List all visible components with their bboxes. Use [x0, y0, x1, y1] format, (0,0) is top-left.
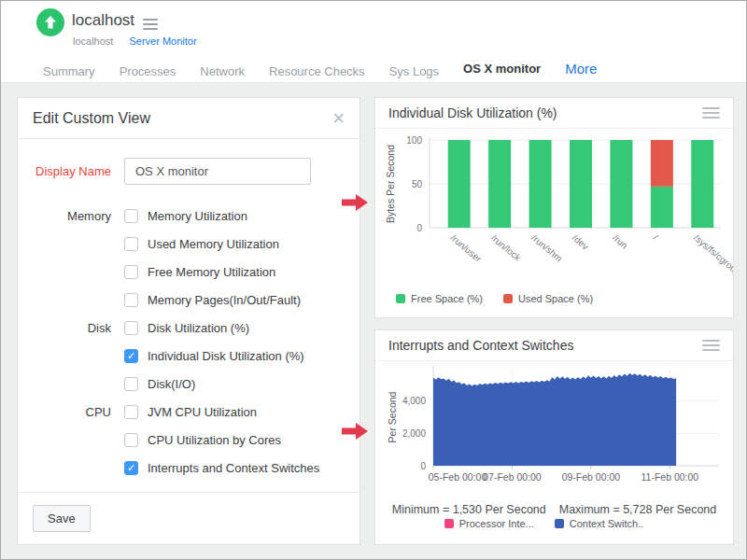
tab-bar: SummaryProcessesNetworkResource ChecksSy…	[43, 55, 621, 87]
metric-row: MemoryMemory Utilization	[18, 202, 359, 230]
main-content: Edit Custom View × Display Name MemoryMe…	[1, 83, 747, 560]
svg-text:/sys/fs/cgroup: /sys/fs/cgroup	[692, 232, 733, 277]
svg-text:Per Second: Per Second	[387, 391, 398, 442]
display-name-input[interactable]	[124, 158, 311, 185]
monitor-status-icon	[36, 8, 64, 36]
legend-item-processor-inte[interactable]: Processor Inte...	[444, 518, 534, 529]
close-icon[interactable]: ×	[332, 108, 345, 129]
legend-label: Processor Inte...	[459, 518, 534, 529]
metric-row: Used Memory Utilization	[18, 230, 359, 258]
metric-label: JVM CPU Utilization	[148, 405, 257, 419]
metric-label: Individual Disk Utilization (%)	[148, 349, 304, 363]
metric-label: CPU Utilization by Cores	[148, 433, 281, 447]
svg-text:11-Feb 00:00: 11-Feb 00:00	[641, 471, 699, 483]
checkbox-jvm-cpu-utilization[interactable]	[124, 405, 138, 419]
page-title: localhost	[72, 11, 134, 30]
legend-swatch	[555, 519, 564, 528]
breadcrumb-server-monitor-link[interactable]: Server Monitor	[129, 35, 196, 47]
svg-text:/: /	[652, 232, 660, 242]
checkbox-interrupts-and-context-switches[interactable]: ✓	[124, 461, 138, 475]
panel-footer: Save	[18, 492, 359, 544]
metric-label: Disk(I/O)	[148, 377, 195, 391]
bar-free-space	[651, 187, 673, 228]
group-label-cpu: CPU	[18, 405, 124, 419]
metric-label: Used Memory Utilization	[148, 237, 279, 251]
bar-free-space	[448, 140, 471, 228]
interrupts-card: Interrupts and Context Switches 02,0004,…	[374, 329, 734, 545]
red-arrow-icon	[342, 421, 370, 441]
minmax-row: Minimum = 1,530 Per Second Maximum = 5,7…	[375, 503, 733, 516]
interrupts-area-chart: 02,0004,00005-Feb 00:0007-Feb 00:0009-Fe…	[375, 361, 733, 497]
legend-swatch	[444, 519, 454, 528]
svg-text:4,000: 4,000	[402, 396, 426, 406]
panel-header: Edit Custom View ×	[18, 98, 359, 139]
group-label-disk: Disk	[18, 321, 124, 335]
checkbox-memory-pages-in-out-fault[interactable]	[124, 293, 138, 307]
legend-swatch	[503, 294, 513, 303]
bar-free-space	[610, 140, 632, 228]
metric-row: ✓Interrupts and Context Switches	[18, 454, 359, 482]
legend-item-free-space[interactable]: Free Space (%)	[396, 293, 483, 304]
interrupts-card-title: Interrupts and Context Switches	[388, 338, 573, 353]
checkbox-free-memory-utilization[interactable]	[124, 265, 138, 279]
save-button[interactable]: Save	[33, 505, 91, 532]
bar-free-space	[529, 140, 552, 228]
app-window: localhost localhost Server Monitor Summa…	[0, 0, 747, 560]
interrupts-chart-legend: Processor Inte...Context Switch..	[375, 518, 733, 529]
svg-text:/run/user: /run/user	[448, 232, 484, 264]
svg-text:/dev: /dev	[571, 232, 591, 252]
checkbox-disk-i-o[interactable]	[124, 377, 138, 391]
interrupts-card-menu-icon[interactable]	[702, 337, 720, 354]
metric-row: Disk(I/O)	[18, 370, 359, 398]
metric-row: ✓Individual Disk Utilization (%)	[18, 342, 359, 370]
legend-label: Free Space (%)	[411, 293, 483, 304]
tab-more[interactable]: More	[565, 55, 597, 87]
bar-free-space	[488, 140, 511, 228]
svg-text:Bytes Per Second: Bytes Per Second	[385, 145, 396, 223]
breadcrumb: localhost Server Monitor	[73, 35, 197, 47]
checkbox-cpu-utilization-by-cores[interactable]	[124, 433, 138, 447]
metric-label: Memory Utilization	[148, 209, 247, 223]
metric-row: CPUJVM CPU Utilization	[18, 398, 359, 426]
checkbox-used-memory-utilization[interactable]	[124, 237, 138, 251]
metric-row: CPU Utilization by Cores	[18, 426, 359, 454]
disk-chart-legend: Free Space (%)Used Space (%)	[375, 293, 733, 304]
context-switches-area	[433, 373, 676, 466]
metric-label: Free Memory Utilization	[148, 265, 275, 279]
checkbox-disk-utilization[interactable]	[124, 321, 138, 335]
legend-item-used-space[interactable]: Used Space (%)	[503, 293, 593, 304]
svg-text:05-Feb 00:00: 05-Feb 00:00	[429, 471, 487, 483]
svg-text:100: 100	[406, 135, 422, 146]
bar-free-space	[570, 140, 592, 228]
disk-card-header: Individual Disk Utilization (%)	[375, 98, 733, 129]
group-label-memory: Memory	[18, 209, 124, 223]
legend-swatch	[396, 294, 405, 303]
svg-text:09-Feb 00:00: 09-Feb 00:00	[562, 471, 621, 483]
disk-card-menu-icon[interactable]	[702, 105, 720, 121]
minimum-label: Minimum = 1,530 Per Second	[392, 503, 546, 516]
svg-text:50: 50	[412, 179, 423, 189]
interrupts-card-header: Interrupts and Context Switches	[375, 330, 733, 361]
panel-title: Edit Custom View	[33, 110, 150, 127]
bar-free-space	[691, 140, 713, 228]
title-menu-icon[interactable]	[143, 16, 158, 33]
legend-label: Context Switch..	[570, 518, 643, 529]
checkbox-individual-disk-utilization[interactable]: ✓	[124, 349, 138, 363]
metric-label: Interrupts and Context Switches	[148, 461, 319, 475]
svg-text:07-Feb 00:00: 07-Feb 00:00	[483, 471, 542, 483]
legend-item-context-switch[interactable]: Context Switch..	[555, 518, 643, 529]
svg-text:0: 0	[420, 461, 426, 471]
metric-row: DiskDisk Utilization (%)	[18, 314, 359, 342]
svg-text:/run: /run	[611, 232, 629, 251]
host-title: localhost	[72, 11, 134, 29]
bar-used-space	[651, 140, 673, 187]
legend-label: Used Space (%)	[518, 293, 593, 304]
edit-custom-view-panel: Edit Custom View × Display Name MemoryMe…	[17, 97, 360, 545]
display-name-row: Display Name	[18, 158, 359, 185]
svg-text:/run/lock: /run/lock	[489, 232, 524, 263]
metric-label: Disk Utilization (%)	[148, 321, 249, 335]
metric-label: Memory Pages(In/Out/Fault)	[148, 293, 301, 307]
metric-row: Free Memory Utilization	[18, 258, 359, 286]
disk-utilization-card: Individual Disk Utilization (%) 050100By…	[374, 97, 734, 318]
checkbox-memory-utilization[interactable]	[124, 209, 138, 223]
